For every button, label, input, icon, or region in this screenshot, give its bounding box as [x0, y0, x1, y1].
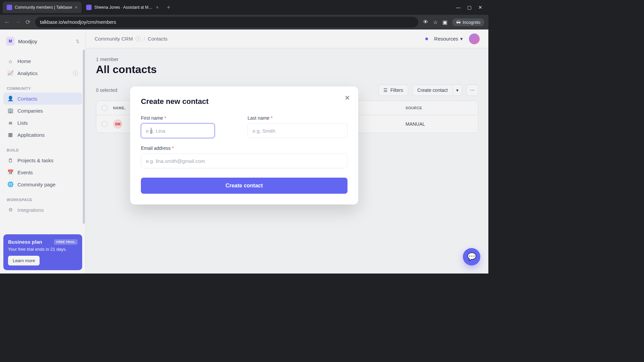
close-icon[interactable]: ✕: [344, 94, 350, 102]
modal-overlay[interactable]: Create new contact ✕ First name * Last n…: [0, 29, 488, 274]
submit-button[interactable]: Create contact: [141, 178, 347, 194]
browser-tab[interactable]: Sheena Jones · Assistant at Mo… ×: [82, 2, 163, 13]
star-icon[interactable]: ☆: [433, 19, 438, 25]
minimize-icon[interactable]: —: [456, 5, 461, 10]
browser-tab-strip: Community members | Talkbase × Sheena Jo…: [0, 0, 488, 15]
browser-toolbar: ← → ⟳ talkbase.io/w/moodjoy/crm/members …: [0, 15, 488, 29]
close-icon[interactable]: ×: [75, 5, 77, 10]
tab-title: Sheena Jones · Assistant at Mo…: [94, 5, 153, 10]
chat-fab[interactable]: 💬: [463, 248, 480, 265]
incognito-badge[interactable]: 🕶 Incognito: [452, 18, 484, 26]
forward-icon[interactable]: →: [15, 19, 21, 26]
eye-off-icon[interactable]: 👁: [423, 19, 428, 25]
panel-icon[interactable]: ▣: [442, 19, 447, 25]
email-label: Email address *: [141, 145, 347, 151]
url-text: talkbase.io/w/moodjoy/crm/members: [40, 19, 116, 25]
first-name-input[interactable]: [141, 123, 215, 138]
close-window-icon[interactable]: ✕: [478, 5, 482, 10]
last-name-label: Last name *: [248, 115, 347, 121]
modal-title: Create new contact: [141, 97, 347, 106]
maximize-icon[interactable]: ▢: [467, 5, 472, 10]
email-input[interactable]: [141, 154, 347, 168]
create-contact-modal: Create new contact ✕ First name * Last n…: [130, 86, 358, 204]
new-tab-button[interactable]: +: [163, 4, 174, 11]
first-name-label: First name *: [141, 115, 241, 121]
last-name-input[interactable]: [248, 123, 347, 138]
incognito-icon: 🕶: [456, 20, 461, 25]
reload-icon[interactable]: ⟳: [25, 18, 31, 26]
back-icon[interactable]: ←: [4, 19, 10, 26]
address-bar[interactable]: talkbase.io/w/moodjoy/crm/members: [35, 17, 418, 27]
text-cursor: [151, 128, 151, 134]
favicon-icon: [7, 5, 12, 10]
browser-tab-active[interactable]: Community members | Talkbase ×: [3, 2, 82, 13]
favicon-icon: [86, 5, 92, 10]
tab-title: Community members | Talkbase: [15, 5, 72, 10]
chat-icon: 💬: [467, 252, 476, 261]
close-icon[interactable]: ×: [156, 5, 159, 10]
